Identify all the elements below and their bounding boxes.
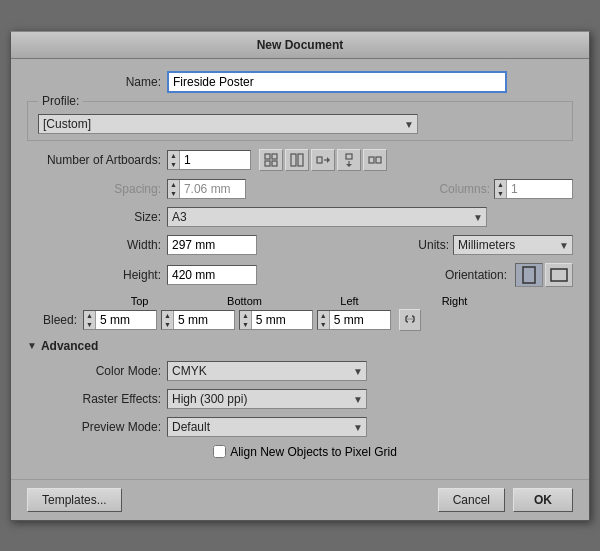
bleed-bottom-arrows[interactable]: ▲ ▼ [162, 311, 174, 329]
title-bar: New Document [11, 32, 589, 59]
bleed-right-down[interactable]: ▼ [318, 320, 329, 329]
bleed-left-up[interactable]: ▲ [240, 311, 251, 320]
align-pixel-row: Align New Objects to Pixel Grid [37, 445, 573, 459]
raster-effects-row: Raster Effects: High (300 ppi) Medium (1… [37, 389, 573, 409]
height-input[interactable] [167, 265, 257, 285]
bottom-bar: Templates... Cancel OK [11, 479, 589, 520]
bleed-right-label: Right [402, 295, 507, 307]
color-mode-select[interactable]: CMYK RGB [167, 361, 367, 381]
bleed-inputs: ▲ ▼ 5 mm ▲ ▼ 5 mm [83, 309, 421, 331]
portrait-button[interactable] [515, 263, 543, 287]
grid-col-icon-btn[interactable] [285, 149, 309, 171]
columns-down-arrow[interactable]: ▼ [495, 189, 506, 198]
spacing-value: 7.06 mm [180, 180, 245, 198]
columns-spinner-arrows[interactable]: ▲ ▼ [495, 180, 507, 198]
advanced-triangle-icon: ▼ [27, 340, 37, 351]
width-input[interactable] [167, 235, 257, 255]
height-row: Height: Orientation: [27, 263, 573, 287]
name-label: Name: [27, 75, 167, 89]
advanced-toggle[interactable]: ▼ Advanced [27, 339, 573, 353]
advanced-content: Color Mode: CMYK RGB ▼ Raster Effects: [27, 361, 573, 459]
bleed-left-label: Left [297, 295, 402, 307]
svg-rect-14 [523, 267, 535, 283]
bleed-top-spinner: ▲ ▼ 5 mm [83, 310, 157, 330]
spacing-spinner-arrows[interactable]: ▲ ▼ [168, 180, 180, 198]
bleed-top-arrows[interactable]: ▲ ▼ [84, 311, 96, 329]
artboards-spinner: ▲ ▼ 1 [167, 150, 251, 170]
orientation-label: Orientation: [445, 268, 507, 282]
artboards-spinner-arrows[interactable]: ▲ ▼ [168, 151, 180, 169]
svg-marker-8 [327, 157, 330, 163]
align-pixel-label: Align New Objects to Pixel Grid [230, 445, 397, 459]
orientation-buttons [515, 263, 573, 287]
new-document-dialog: New Document Name: Profile: [Custom] Pri… [10, 31, 590, 521]
svg-rect-4 [291, 154, 296, 166]
raster-effects-select[interactable]: High (300 ppi) Medium (150 ppi) Screen (… [167, 389, 367, 409]
bleed-link-button[interactable] [399, 309, 421, 331]
bleed-top-value: 5 mm [96, 311, 156, 329]
spacing-down-arrow[interactable]: ▼ [168, 189, 179, 198]
bleed-bottom-down[interactable]: ▼ [162, 320, 173, 329]
bleed-left-value: 5 mm [252, 311, 312, 329]
svg-rect-0 [265, 154, 270, 159]
bleed-left-down[interactable]: ▼ [240, 320, 251, 329]
color-mode-row: Color Mode: CMYK RGB ▼ [37, 361, 573, 381]
bleed-right-spinner: ▲ ▼ 5 mm [317, 310, 391, 330]
bleed-right-arrows[interactable]: ▲ ▼ [318, 311, 330, 329]
svg-rect-9 [346, 154, 352, 159]
svg-rect-12 [369, 157, 374, 163]
spacing-up-arrow[interactable]: ▲ [168, 180, 179, 189]
spacing-row: Spacing: ▲ ▼ 7.06 mm Columns: ▲ ▼ 1 [27, 179, 573, 199]
profile-legend: Profile: [38, 94, 83, 108]
artboard-icons [259, 149, 387, 171]
bleed-top-down[interactable]: ▼ [84, 320, 95, 329]
name-input[interactable] [167, 71, 507, 93]
spacing-spinner: ▲ ▼ 7.06 mm [167, 179, 246, 199]
ok-button[interactable]: OK [513, 488, 573, 512]
bleed-right-value: 5 mm [330, 311, 390, 329]
size-select[interactable]: A3 A4 Letter [167, 207, 487, 227]
bleed-top-up[interactable]: ▲ [84, 311, 95, 320]
artboards-row: Number of Artboards: ▲ ▼ 1 [27, 149, 573, 171]
bleed-bottom-value: 5 mm [174, 311, 234, 329]
landscape-button[interactable] [545, 263, 573, 287]
height-label: Height: [27, 268, 167, 282]
bleed-right-up[interactable]: ▲ [318, 311, 329, 320]
artboards-value: 1 [180, 151, 250, 169]
svg-rect-5 [298, 154, 303, 166]
advanced-section: ▼ Advanced Color Mode: CMYK RGB ▼ [27, 339, 573, 459]
svg-rect-15 [551, 269, 567, 281]
bleed-section: Top Bottom Left Right Bleed: ▲ ▼ 5 mm [27, 295, 573, 331]
columns-up-arrow[interactable]: ▲ [495, 180, 506, 189]
bleed-bottom-label: Bottom [192, 295, 297, 307]
bleed-top-label: Top [87, 295, 192, 307]
profile-select[interactable]: [Custom] Print Web Mobile [38, 114, 418, 134]
arrange-right-icon-btn[interactable] [311, 149, 335, 171]
width-row: Width: Units: Millimeters Inches Pixels … [27, 235, 573, 255]
size-label: Size: [27, 210, 167, 224]
artboards-up-arrow[interactable]: ▲ [168, 151, 179, 160]
raster-effects-label: Raster Effects: [37, 392, 167, 406]
right-buttons: Cancel OK [438, 488, 573, 512]
bleed-left-arrows[interactable]: ▲ ▼ [240, 311, 252, 329]
bleed-main-label: Bleed: [27, 313, 83, 327]
svg-rect-13 [376, 157, 381, 163]
arrange-right2-icon-btn[interactable] [363, 149, 387, 171]
arrange-down-icon-btn[interactable] [337, 149, 361, 171]
grid-icon-btn[interactable] [259, 149, 283, 171]
templates-button[interactable]: Templates... [27, 488, 122, 512]
advanced-label: Advanced [41, 339, 98, 353]
svg-rect-3 [272, 161, 277, 166]
align-pixel-checkbox[interactable] [213, 445, 226, 458]
dialog-title: New Document [257, 38, 344, 52]
columns-spinner: ▲ ▼ 1 [494, 179, 573, 199]
preview-mode-select[interactable]: Default Pixel Overprint [167, 417, 367, 437]
cancel-button[interactable]: Cancel [438, 488, 505, 512]
units-select[interactable]: Millimeters Inches Pixels [453, 235, 573, 255]
columns-label: Columns: [439, 182, 494, 196]
bleed-left-spinner: ▲ ▼ 5 mm [239, 310, 313, 330]
profile-section: Profile: [Custom] Print Web Mobile ▼ [27, 101, 573, 141]
artboards-down-arrow[interactable]: ▼ [168, 160, 179, 169]
svg-rect-2 [265, 161, 270, 166]
bleed-bottom-up[interactable]: ▲ [162, 311, 173, 320]
